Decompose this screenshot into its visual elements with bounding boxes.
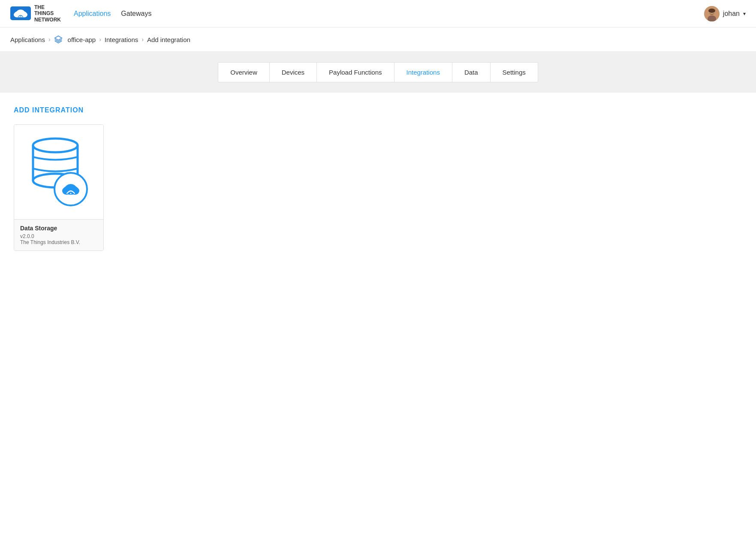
avatar-image — [704, 6, 720, 21]
tab-area-bottom — [0, 82, 756, 93]
avatar — [704, 6, 720, 21]
svg-point-5 — [20, 17, 21, 18]
card-name: Data Storage — [20, 225, 97, 232]
integration-card-data-storage[interactable]: Data Storage v2.0.0 The Things Industrie… — [14, 124, 104, 251]
user-menu[interactable]: johan ▾ — [704, 6, 746, 21]
breadcrumb-sep-1: › — [48, 36, 51, 43]
data-storage-icon — [24, 133, 93, 211]
page-content: ADD INTEGRATION — [0, 93, 756, 393]
breadcrumb-sep-3: › — [142, 36, 144, 43]
tab-devices[interactable]: Devices — [270, 63, 317, 82]
tabs: Overview Devices Payload Functions Integ… — [218, 62, 538, 82]
svg-point-10 — [708, 9, 715, 13]
tab-data[interactable]: Data — [452, 63, 491, 82]
brand-name: THE THINGS NETWORK — [34, 4, 60, 23]
tab-settings[interactable]: Settings — [491, 63, 538, 82]
nav-links: Applications Gateways — [74, 10, 704, 18]
breadcrumb-integrations[interactable]: Integrations — [105, 36, 138, 43]
nav-gateways[interactable]: Gateways — [121, 10, 151, 18]
top-nav: THE THINGS NETWORK Applications Gateways… — [0, 0, 756, 27]
tab-area-wrapper: Overview Devices Payload Functions Integ… — [0, 52, 756, 82]
cards-grid: Data Storage v2.0.0 The Things Industrie… — [14, 124, 742, 251]
svg-marker-11 — [54, 36, 62, 40]
tab-integrations[interactable]: Integrations — [395, 63, 452, 82]
logo-icon — [10, 6, 31, 20]
username-label: johan — [723, 10, 740, 18]
card-author: The Things Industries B.V. — [20, 239, 97, 245]
section-title: ADD INTEGRATION — [14, 106, 742, 114]
breadcrumb-sep-2: › — [99, 36, 101, 43]
tab-overview[interactable]: Overview — [218, 63, 270, 82]
breadcrumb-applications[interactable]: Applications — [10, 36, 45, 43]
app-icon — [54, 35, 63, 44]
svg-point-21 — [70, 193, 72, 194]
breadcrumb-office-app[interactable]: office-app — [68, 36, 96, 43]
card-image-data-storage — [14, 125, 103, 219]
svg-point-4 — [16, 10, 24, 16]
tab-payload-functions[interactable]: Payload Functions — [317, 63, 394, 82]
svg-point-12 — [33, 139, 78, 152]
card-version: v2.0.0 — [20, 233, 97, 239]
logo-area[interactable]: THE THINGS NETWORK — [10, 4, 60, 23]
nav-applications[interactable]: Applications — [74, 10, 111, 18]
layers-icon — [54, 35, 63, 44]
breadcrumb-current: Add integration — [147, 36, 190, 43]
card-info-data-storage: Data Storage v2.0.0 The Things Industrie… — [14, 219, 103, 250]
breadcrumb: Applications › office-app › Integrations… — [0, 27, 756, 52]
chevron-down-icon: ▾ — [743, 11, 746, 17]
